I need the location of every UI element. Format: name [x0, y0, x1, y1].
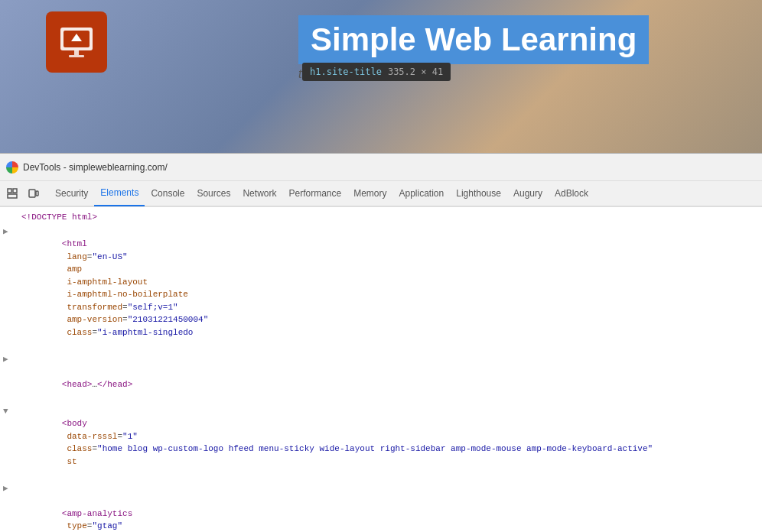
code-line-head[interactable]: ▶ <head>…</head> — [0, 352, 762, 404]
element-tooltip: h1.site-title 335.2 × 41 — [302, 63, 451, 81]
tab-application[interactable]: Application — [393, 180, 451, 206]
tab-memory[interactable]: Memory — [347, 180, 392, 206]
tab-sources[interactable]: Sources — [190, 180, 236, 206]
svg-rect-5 — [8, 189, 11, 193]
chrome-icon — [6, 161, 18, 174]
devtools-header: DevTools - simpleweblearning.com/ — [0, 154, 762, 181]
svg-rect-6 — [8, 194, 17, 198]
tooltip-size: 335.2 × 41 — [388, 66, 443, 77]
tab-adblock[interactable]: AdBlock — [549, 180, 594, 206]
svg-rect-7 — [13, 189, 17, 193]
tab-performance[interactable]: Performance — [282, 180, 347, 206]
site-title: Simple Web Learning — [311, 21, 637, 57]
code-line-html[interactable]: ▶ <html lang="en-US" amp i-amphtml-layou… — [0, 225, 762, 352]
tab-security[interactable]: Security — [49, 180, 94, 206]
tab-console[interactable]: Console — [145, 180, 190, 206]
devtools-tabs: Security Elements Console Sources Networ… — [0, 181, 762, 207]
tab-elements[interactable]: Elements — [94, 180, 145, 206]
devtools-code-panel[interactable]: <!DOCTYPE html> ▶ <html lang="en-US" amp… — [0, 207, 762, 532]
device-toggle-button[interactable] — [24, 184, 43, 203]
svg-rect-8 — [29, 190, 35, 197]
website-preview: Simple Web Learning the simple way h1.si… — [0, 0, 762, 153]
tab-augury[interactable]: Augury — [507, 180, 549, 206]
site-logo-icon — [46, 11, 107, 73]
svg-rect-9 — [36, 191, 38, 196]
code-line-body[interactable]: ▼ <body data-rsssl="1" class="home blog … — [0, 404, 762, 482]
svg-rect-4 — [69, 55, 84, 57]
devtools-panel: DevTools - simpleweblearning.com/ Securi… — [0, 153, 762, 532]
tab-network[interactable]: Network — [236, 180, 282, 206]
svg-rect-3 — [74, 50, 79, 55]
code-line-ampanalytics[interactable]: ▶ <amp-analytics type="gtag" data-creden… — [0, 482, 762, 533]
inspect-element-button[interactable] — [3, 184, 21, 203]
tab-lighthouse[interactable]: Lighthouse — [450, 180, 507, 206]
devtools-url: DevTools - simpleweblearning.com/ — [23, 162, 168, 173]
site-logo-area — [46, 11, 107, 73]
tab-icon-group — [3, 184, 43, 203]
code-line-doctype[interactable]: <!DOCTYPE html> — [0, 210, 762, 225]
tooltip-tag: h1.site-title — [310, 66, 382, 77]
site-title-highlight: Simple Web Learning — [298, 15, 649, 64]
